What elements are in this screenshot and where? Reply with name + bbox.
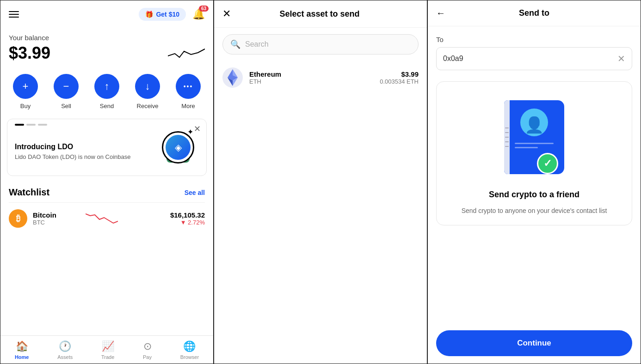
menu-icon[interactable]: [9, 11, 19, 18]
promo-card: ✕ Introducing LDO Lido DAO Token (LDO) i…: [7, 119, 207, 176]
search-input[interactable]: [245, 40, 411, 49]
home-label: Home: [15, 354, 29, 360]
search-icon: 🔍: [230, 39, 240, 49]
balance-label: Your balance: [9, 34, 205, 42]
contact-card: 👤 ✓ Send crypto to a friend Send crypto …: [436, 81, 632, 225]
check-badge: ✓: [537, 153, 558, 174]
contact-avatar: 👤: [520, 109, 548, 136]
send-button[interactable]: ↑ Send: [94, 74, 119, 109]
right-header: ← Send to: [428, 0, 641, 26]
search-bar: 🔍: [222, 34, 419, 55]
ethereum-name: Ethereum: [249, 70, 373, 78]
watchlist-title: Watchlist: [9, 187, 49, 198]
contact-line-2: [515, 147, 538, 148]
contact-card-description: Send crypto to anyone on your device's c…: [462, 206, 607, 216]
promo-dot-2: [26, 124, 36, 126]
more-label: More: [181, 103, 195, 109]
ethereum-ticker: ETH: [249, 78, 373, 85]
person-icon: 👤: [524, 115, 544, 134]
sell-label: Sell: [61, 103, 71, 109]
sell-button[interactable]: − Sell: [54, 74, 79, 109]
mid-panel: ✕ Select asset to send 🔍 Ethereum ETH $3…: [214, 0, 427, 364]
pay-icon: ⊙: [143, 340, 152, 352]
receive-icon: ↓: [135, 74, 160, 99]
bitcoin-values: $16,105.32 ▼ 2.72%: [170, 211, 205, 226]
get-money-label: Get $10: [156, 11, 179, 18]
trade-icon: 📈: [102, 340, 114, 352]
notifications-button[interactable]: 🔔 63: [192, 8, 205, 20]
nav-browser[interactable]: 🌐 Browser: [180, 340, 199, 360]
bitcoin-name: Bitcoin: [33, 211, 56, 219]
mid-title: Select asset to send: [231, 9, 408, 19]
promo-description: Lido DAO Token (LDO) is now on Coinbase: [15, 153, 131, 161]
bitcoin-change: ▼ 2.72%: [170, 219, 205, 226]
close-button[interactable]: ✕: [222, 8, 231, 20]
balance-sparkline: [168, 44, 205, 63]
continue-btn-wrap: Continue: [428, 326, 641, 364]
nav-pay[interactable]: ⊙ Pay: [143, 340, 152, 360]
more-icon: •••: [176, 74, 201, 99]
more-button[interactable]: ••• More: [176, 74, 201, 109]
right-title: Send to: [445, 8, 623, 18]
watchlist-section: Watchlist See all ₿ Bitcoin BTC $16,105.…: [0, 181, 213, 238]
see-all-button[interactable]: See all: [185, 189, 205, 196]
promo-title: Introducing LDO: [15, 143, 131, 151]
buy-button[interactable]: + Buy: [13, 74, 38, 109]
ethereum-eth: 0.003534 ETH: [380, 78, 419, 85]
assets-label: Assets: [57, 354, 73, 360]
continue-button[interactable]: Continue: [436, 330, 632, 356]
to-label: To: [436, 36, 632, 43]
gift-icon: 🎁: [145, 11, 153, 18]
ethereum-info: Ethereum ETH: [249, 70, 373, 85]
search-bar-wrap: 🔍: [214, 28, 427, 61]
balance-section: Your balance $3.99: [0, 24, 213, 67]
nav-home[interactable]: 🏠 Home: [15, 340, 29, 360]
left-panel: 🎁 Get $10 🔔 63 Your balance $3.99 + Buy …: [0, 0, 214, 364]
trade-label: Trade: [101, 354, 114, 360]
contact-line-1: [515, 143, 554, 144]
to-input-wrap: ✕: [436, 47, 632, 70]
star-icon: ✦: [187, 127, 193, 136]
browser-label: Browser: [180, 354, 199, 360]
header-right: 🎁 Get $10 🔔 63: [139, 8, 205, 21]
pay-label: Pay: [143, 354, 152, 360]
bitcoin-info: Bitcoin BTC: [33, 211, 56, 226]
notification-badge: 63: [199, 6, 209, 12]
get-money-button[interactable]: 🎁 Get $10: [139, 8, 186, 21]
mid-header: ✕ Select asset to send: [214, 0, 427, 28]
ethereum-icon: [222, 67, 243, 88]
promo-dot-1: [15, 124, 24, 126]
bitcoin-sparkline: [86, 210, 118, 227]
action-buttons: + Buy − Sell ↑ Send ↓ Receive ••• More: [0, 67, 213, 114]
assets-icon: 🕐: [59, 340, 71, 352]
browser-icon: 🌐: [183, 340, 196, 352]
ethereum-list-item[interactable]: Ethereum ETH $3.99 0.003534 ETH: [214, 61, 427, 94]
balance-row: $3.99: [9, 42, 205, 63]
contact-lines: [515, 143, 554, 148]
contact-card-title: Send crypto to a friend: [489, 190, 579, 200]
bitcoin-list-item[interactable]: ₿ Bitcoin BTC $16,105.32 ▼ 2.72%: [9, 202, 205, 234]
promo-dot-3: [38, 124, 47, 126]
bitcoin-ticker: BTC: [33, 219, 56, 226]
right-panel: ← Send to To ✕: [427, 0, 641, 364]
nav-assets[interactable]: 🕐 Assets: [57, 340, 73, 360]
receive-button[interactable]: ↓ Receive: [135, 74, 160, 109]
promo-image: ◈ ✦: [157, 127, 199, 168]
ethereum-values: $3.99 0.003534 ETH: [380, 70, 419, 85]
watchlist-header: Watchlist See all: [9, 187, 205, 198]
receive-label: Receive: [137, 103, 159, 109]
promo-dots: [15, 124, 47, 126]
to-section: To ✕: [428, 26, 641, 75]
left-header: 🎁 Get $10 🔔 63: [0, 0, 213, 24]
buy-label: Buy: [20, 103, 31, 109]
back-button[interactable]: ←: [436, 8, 445, 18]
promo-text: Introducing LDO Lido DAO Token (LDO) is …: [15, 143, 131, 161]
to-address-input[interactable]: [443, 55, 613, 63]
buy-icon: +: [13, 74, 38, 99]
bottom-nav: 🏠 Home 🕐 Assets 📈 Trade ⊙ Pay 🌐 Browser: [0, 335, 213, 364]
send-label: Send: [100, 103, 114, 109]
home-icon: 🏠: [16, 340, 28, 352]
clear-input-button[interactable]: ✕: [617, 53, 625, 64]
nav-trade[interactable]: 📈 Trade: [101, 340, 114, 360]
sell-icon: −: [54, 74, 79, 99]
